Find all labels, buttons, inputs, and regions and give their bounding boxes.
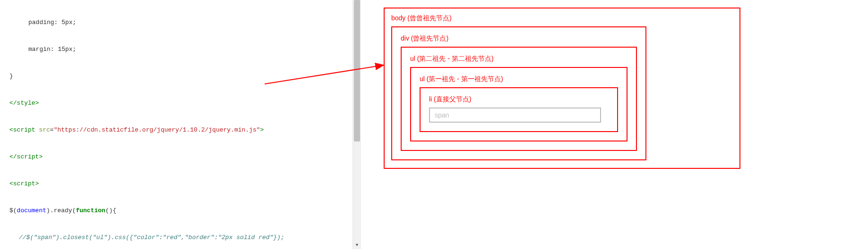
code-line: </script> (9, 152, 352, 161)
diagram-panel: body (曾曾祖先节点) div (曾祖先节点) ul (第二祖先 - 第二祖… (373, 0, 864, 249)
diagram-li-label: li (直接父节点) (429, 95, 609, 104)
code-line: $(document).ready(function(){ (9, 206, 352, 215)
screenshot-stage: padding: 5px; margin: 15px; } </style> <… (0, 0, 868, 249)
code-line: } (9, 72, 352, 81)
chevron-down-icon: ▼ (356, 243, 358, 248)
diagram-ul1-box: ul (第一祖先 - 第一祖先节点) li (直接父节点) span (410, 67, 627, 141)
diagram-span-label: span (435, 111, 449, 119)
diagram-body-label: body (曾曾祖先节点) (391, 14, 733, 23)
diagram-ul1-label: ul (第一祖先 - 第一祖先节点) (420, 75, 618, 83)
diagram-div-label: div (曾祖先节点) (401, 34, 637, 43)
scrollbar-track[interactable]: ▼ (352, 0, 361, 249)
diagram-ul2-label: ul (第二祖先 - 第二祖先节点) (410, 55, 627, 63)
scrollbar-thumb[interactable] (354, 0, 360, 141)
code-line: <script src="https://cdn.staticfile.org/… (9, 125, 352, 134)
code-line-comment: //$("span").closest("ul").css({"color":"… (9, 233, 352, 242)
code-panel: padding: 5px; margin: 15px; } </style> <… (0, 0, 352, 249)
code-line: </style> (9, 99, 352, 108)
code-line: padding: 5px; (9, 18, 352, 27)
scroll-down-button[interactable]: ▼ (353, 241, 361, 249)
diagram-span-box: span (429, 108, 601, 123)
diagram-ul2-box: ul (第二祖先 - 第二祖先节点) ul (第一祖先 - 第一祖先节点) li… (401, 47, 637, 151)
diagram-li-box: li (直接父节点) span (420, 87, 618, 132)
diagram-body-box: body (曾曾祖先节点) div (曾祖先节点) ul (第二祖先 - 第二祖… (384, 8, 740, 169)
code-line: <script> (9, 179, 352, 188)
diagram-div-box: div (曾祖先节点) ul (第二祖先 - 第二祖先节点) ul (第一祖先 … (391, 26, 646, 160)
code-line: margin: 15px; (9, 45, 352, 54)
